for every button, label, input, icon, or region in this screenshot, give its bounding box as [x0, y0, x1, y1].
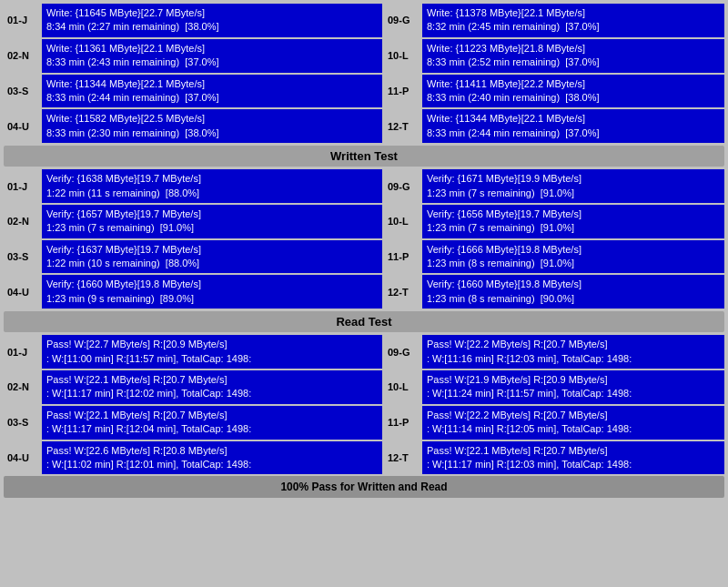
verify-row-3: 03-S Verify: {1637 MByte}[19.7 MByte/s] … [4, 240, 724, 274]
pass-text1-10l: Pass! W:[21.9 MByte/s] R:[20.9 MByte/s] [427, 373, 720, 387]
verify-cell-11p: Verify: {1666 MByte}[19.8 MByte/s] 1:23 … [422, 240, 724, 274]
pass-text1-12t: Pass! W:[22.1 MByte/s] R:[20.7 MByte/s] [427, 444, 720, 458]
write-text2-02n: 8:33 min (2:43 min remaining) [37.0%] [46, 56, 378, 69]
write-text1-09g: Write: {11378 MByte}[22.1 MByte/s] [427, 6, 720, 20]
write-text2-10l: 8:33 min (2:52 min remaining) [37.0%] [427, 56, 720, 69]
main-container: 01-J Write: {11645 MByte}[22.7 MByte/s] … [0, 0, 728, 501]
written-test-header: Written Test [4, 146, 724, 167]
verify-row-4: 04-U Verify: {1660 MByte}[19.8 MByte/s] … [4, 275, 724, 309]
write-label-09g: 09-G [384, 4, 420, 37]
verify-cell-03s: Verify: {1637 MByte}[19.7 MByte/s] 1:22 … [42, 240, 382, 274]
verify-text2-12t: 1:23 min (8 s remaining) [90.0%] [427, 292, 720, 306]
write-label-03s: 03-S [4, 75, 40, 108]
pass-label-10l: 10-L [384, 370, 420, 404]
pass-text1-02n: Pass! W:[22.1 MByte/s] R:[20.7 MByte/s] [46, 373, 378, 387]
write-text2-01j: 8:34 min (2:27 min remaining) [38.0%] [46, 20, 378, 34]
verify-text2-04u: 1:23 min (9 s remaining) [89.0%] [46, 292, 378, 306]
pass-label-01j: 01-J [4, 335, 40, 369]
pass-text2-01j: : W:[11:00 min] R:[11:57 min], TotalCap:… [46, 352, 378, 366]
pass-label-09g: 09-G [384, 335, 420, 369]
pass-row-4: 04-U Pass! W:[22.6 MByte/s] R:[20.8 MByt… [4, 441, 724, 475]
pass-row-1: 01-J Pass! W:[22.7 MByte/s] R:[20.9 MByt… [4, 335, 724, 369]
verify-label-10l: 10-L [384, 205, 420, 238]
pass-text1-04u: Pass! W:[22.6 MByte/s] R:[20.8 MByte/s] [46, 444, 378, 458]
verify-cell-01j: Verify: {1638 MByte}[19.7 MByte/s] 1:22 … [42, 169, 382, 203]
pass-text2-02n: : W:[11:17 min] R:[12:02 min], TotalCap:… [46, 387, 378, 400]
write-cell-10l: Write: {11223 MByte}[21.8 MByte/s] 8:33 … [422, 39, 724, 73]
pass-row-2: 02-N Pass! W:[22.1 MByte/s] R:[20.7 MByt… [4, 370, 724, 404]
write-label-11p: 11-P [384, 75, 420, 108]
write-text1-04u: Write: {11582 MByte}[22.5 MByte/s] [46, 112, 378, 126]
pass-text2-11p: : W:[11:14 min] R:[12:05 min], TotalCap:… [427, 422, 720, 436]
write-cell-03s: Write: {11344 MByte}[22.1 MByte/s] 8:33 … [42, 75, 382, 108]
verify-text1-09g: Verify: {1671 MByte}[19.9 MByte/s] [427, 172, 720, 186]
pass-cell-04u: Pass! W:[22.6 MByte/s] R:[20.8 MByte/s] … [42, 441, 382, 475]
write-text1-11p: Write: {11411 MByte}[22.2 MByte/s] [427, 77, 720, 91]
pass-cell-11p: Pass! W:[22.2 MByte/s] R:[20.7 MByte/s] … [422, 406, 724, 440]
verify-cell-04u: Verify: {1660 MByte}[19.8 MByte/s] 1:23 … [42, 275, 382, 309]
verify-cell-09g: Verify: {1671 MByte}[19.9 MByte/s] 1:23 … [422, 169, 724, 203]
write-row-4: 04-U Write: {11582 MByte}[22.5 MByte/s] … [4, 109, 724, 143]
write-cell-02n: Write: {11361 MByte}[22.1 MByte/s] 8:33 … [42, 39, 382, 73]
pass-cell-10l: Pass! W:[21.9 MByte/s] R:[20.9 MByte/s] … [422, 370, 724, 404]
verify-label-03s: 03-S [4, 240, 40, 274]
write-cell-09g: Write: {11378 MByte}[22.1 MByte/s] 8:32 … [422, 4, 724, 37]
write-text2-04u: 8:33 min (2:30 min remaining) [38.0%] [46, 127, 378, 140]
pass-cell-01j: Pass! W:[22.7 MByte/s] R:[20.9 MByte/s] … [42, 335, 382, 369]
write-cell-12t: Write: {11344 MByte}[22.1 MByte/s] 8:33 … [422, 109, 724, 143]
pass-cell-09g: Pass! W:[22.2 MByte/s] R:[20.7 MByte/s] … [422, 335, 724, 369]
verify-cell-10l: Verify: {1656 MByte}[19.7 MByte/s] 1:23 … [422, 205, 724, 238]
write-text1-10l: Write: {11223 MByte}[21.8 MByte/s] [427, 42, 720, 56]
write-text1-01j: Write: {11645 MByte}[22.7 MByte/s] [46, 6, 378, 20]
write-text2-11p: 8:33 min (2:40 min remaining) [38.0%] [427, 91, 720, 105]
verify-row-2: 02-N Verify: {1657 MByte}[19.7 MByte/s] … [4, 205, 724, 238]
write-label-12t: 12-T [384, 109, 420, 143]
pass-text2-03s: : W:[11:17 min] R:[12:04 min], TotalCap:… [46, 422, 378, 436]
verify-label-11p: 11-P [384, 240, 420, 274]
verify-label-04u: 04-U [4, 275, 40, 309]
write-text1-03s: Write: {11344 MByte}[22.1 MByte/s] [46, 77, 378, 91]
verify-text1-11p: Verify: {1666 MByte}[19.8 MByte/s] [427, 243, 720, 257]
write-label-02n: 02-N [4, 39, 40, 73]
write-section: 01-J Write: {11645 MByte}[22.7 MByte/s] … [4, 4, 724, 143]
pass-text2-12t: : W:[11:17 min] R:[12:03 min], TotalCap:… [427, 458, 720, 471]
write-row-2: 02-N Write: {11361 MByte}[22.1 MByte/s] … [4, 39, 724, 73]
write-label-04u: 04-U [4, 109, 40, 143]
verify-label-09g: 09-G [384, 169, 420, 203]
pass-cell-02n: Pass! W:[22.1 MByte/s] R:[20.7 MByte/s] … [42, 370, 382, 404]
write-row-3: 03-S Write: {11344 MByte}[22.1 MByte/s] … [4, 75, 724, 108]
verify-text2-09g: 1:23 min (7 s remaining) [91.0%] [427, 187, 720, 200]
footer-status: 100% Pass for Written and Read [4, 476, 724, 498]
write-text2-03s: 8:33 min (2:44 min remaining) [37.0%] [46, 91, 378, 105]
verify-text1-10l: Verify: {1656 MByte}[19.7 MByte/s] [427, 207, 720, 221]
pass-cell-12t: Pass! W:[22.1 MByte/s] R:[20.7 MByte/s] … [422, 441, 724, 475]
pass-text1-11p: Pass! W:[22.2 MByte/s] R:[20.7 MByte/s] [427, 409, 720, 422]
pass-text2-04u: : W:[11:02 min] R:[12:01 min], TotalCap:… [46, 458, 378, 471]
verify-text1-01j: Verify: {1638 MByte}[19.7 MByte/s] [46, 172, 378, 186]
pass-label-03s: 03-S [4, 406, 40, 440]
pass-cell-03s: Pass! W:[22.1 MByte/s] R:[20.7 MByte/s] … [42, 406, 382, 440]
verify-section: 01-J Verify: {1638 MByte}[19.7 MByte/s] … [4, 169, 724, 309]
verify-text1-04u: Verify: {1660 MByte}[19.8 MByte/s] [46, 278, 378, 291]
verify-text2-01j: 1:22 min (11 s remaining) [88.0%] [46, 187, 378, 200]
verify-cell-02n: Verify: {1657 MByte}[19.7 MByte/s] 1:23 … [42, 205, 382, 238]
verify-label-01j: 01-J [4, 169, 40, 203]
pass-text1-01j: Pass! W:[22.7 MByte/s] R:[20.9 MByte/s] [46, 338, 378, 351]
write-label-01j: 01-J [4, 4, 40, 37]
write-cell-01j: Write: {11645 MByte}[22.7 MByte/s] 8:34 … [42, 4, 382, 37]
verify-text1-02n: Verify: {1657 MByte}[19.7 MByte/s] [46, 207, 378, 221]
verify-cell-12t: Verify: {1660 MByte}[19.8 MByte/s] 1:23 … [422, 275, 724, 309]
verify-label-12t: 12-T [384, 275, 420, 309]
write-cell-11p: Write: {11411 MByte}[22.2 MByte/s] 8:33 … [422, 75, 724, 108]
pass-label-04u: 04-U [4, 441, 40, 475]
write-text2-09g: 8:32 min (2:45 min remaining) [37.0%] [427, 20, 720, 34]
write-text1-02n: Write: {11361 MByte}[22.1 MByte/s] [46, 42, 378, 56]
read-test-header: Read Test [4, 311, 724, 332]
write-text1-12t: Write: {11344 MByte}[22.1 MByte/s] [427, 112, 720, 126]
pass-label-11p: 11-P [384, 406, 420, 440]
pass-section: 01-J Pass! W:[22.7 MByte/s] R:[20.9 MByt… [4, 335, 724, 474]
pass-text1-09g: Pass! W:[22.2 MByte/s] R:[20.7 MByte/s] [427, 338, 720, 351]
verify-text1-12t: Verify: {1660 MByte}[19.8 MByte/s] [427, 278, 720, 291]
verify-label-02n: 02-N [4, 205, 40, 238]
verify-text1-03s: Verify: {1637 MByte}[19.7 MByte/s] [46, 243, 378, 257]
